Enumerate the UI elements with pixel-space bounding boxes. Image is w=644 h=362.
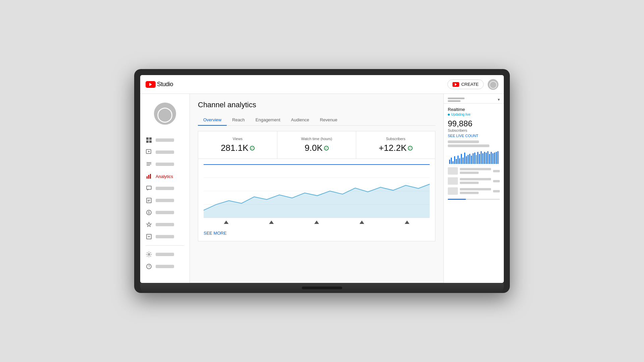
chart-marker-5 — [405, 221, 410, 224]
sidebar-divider — [146, 245, 184, 246]
views-check-icon: ✓ — [250, 146, 255, 150]
mini-bar-item — [491, 152, 492, 164]
mini-bar-item — [481, 151, 482, 164]
rt-bar-long-3 — [460, 188, 491, 190]
see-more-link[interactable]: SEE MORE — [204, 227, 430, 236]
filter-dropdown-icon[interactable]: ▾ — [498, 97, 500, 102]
realtime-subscriber-count: 99,886 — [448, 119, 500, 128]
topbar: Studio CREATE ◯ — [140, 75, 504, 94]
mini-bar-item — [466, 156, 467, 164]
filter-bars — [448, 98, 465, 102]
chart-marker-4 — [360, 221, 364, 224]
watch-time-check-icon: ✓ — [324, 146, 329, 150]
live-dot-icon — [448, 114, 450, 116]
youtube-logo[interactable]: Studio — [146, 81, 173, 88]
svg-rect-3 — [149, 140, 152, 143]
mini-bar-item — [496, 152, 497, 164]
realtime-row-3 — [448, 187, 500, 195]
tab-overview[interactable]: Overview — [198, 115, 227, 126]
svg-rect-10 — [148, 175, 149, 179]
chart-marker-2 — [269, 221, 274, 224]
rt-thumb-3 — [448, 187, 458, 195]
playlists-icon — [146, 161, 152, 168]
sidebar: ◯ — [140, 94, 190, 283]
tab-engagement[interactable]: Engagement — [250, 115, 286, 126]
rt-bar-long-2 — [460, 178, 491, 180]
sidebar-label-dashboard — [156, 138, 174, 142]
stat-subscribers: Subscribers +12.2K ✓ — [356, 131, 435, 159]
sidebar-item-customization[interactable] — [140, 219, 190, 231]
see-live-count-link[interactable]: SEE LIVE COUNT — [448, 134, 500, 138]
rt-bar-short-2 — [460, 182, 479, 184]
svg-marker-5 — [148, 151, 150, 152]
mini-bar-item — [486, 153, 487, 164]
analytics-icon — [146, 173, 152, 180]
mini-bar-item — [476, 155, 477, 164]
sidebar-item-monetization[interactable]: $ — [140, 206, 190, 219]
svg-point-19 — [148, 254, 150, 255]
mini-bar-item — [471, 156, 472, 164]
sidebar-profile: ◯ — [140, 99, 190, 134]
mini-bar-item — [456, 159, 457, 164]
sidebar-item-content[interactable] — [140, 146, 190, 158]
tab-reach[interactable]: Reach — [227, 115, 250, 126]
realtime-body: Realtime Updating live 99,886 Subscriber… — [444, 104, 504, 203]
sidebar-label-library — [156, 235, 174, 238]
mini-bar-item — [473, 153, 474, 164]
sidebar-avatar[interactable]: ◯ — [154, 103, 176, 125]
sidebar-item-analytics[interactable]: Analytics — [140, 170, 190, 182]
realtime-progress-bar — [448, 199, 500, 200]
subscribers-check-icon: ✓ — [408, 146, 413, 150]
monetization-icon: $ — [146, 209, 152, 216]
rt-num-1 — [493, 170, 500, 172]
mini-bar-item — [487, 151, 488, 164]
mini-bar-item — [479, 154, 480, 164]
mini-bar-item — [468, 155, 469, 164]
sidebar-label-playlists — [156, 163, 174, 166]
main-content: Channel analytics Overview Reach Engagem… — [190, 94, 443, 283]
sidebar-item-settings[interactable] — [140, 248, 190, 260]
mini-bar-item — [482, 153, 483, 164]
chart-markers — [204, 218, 430, 227]
rt-thumb-1 — [448, 167, 458, 175]
subtitles-icon — [146, 197, 152, 204]
stats-row: Views 281.1K ✓ Watch time (hours) 9.0K ✓ — [198, 131, 435, 159]
realtime-subscriber-label: Subscribers — [448, 128, 500, 132]
sidebar-item-library[interactable] — [140, 231, 190, 243]
content-icon — [146, 149, 152, 156]
watch-time-label: Watch time (hours) — [285, 137, 348, 141]
main-layout: ◯ — [140, 94, 504, 283]
realtime-mini-chart — [448, 150, 500, 164]
rt-bars-2 — [460, 178, 491, 184]
create-button[interactable]: CREATE — [447, 79, 484, 89]
user-avatar[interactable]: ◯ — [488, 79, 498, 90]
sidebar-item-comments[interactable] — [140, 182, 190, 194]
svg-rect-0 — [146, 137, 149, 140]
mini-bar-item — [454, 156, 455, 164]
mini-bar-item — [461, 154, 462, 164]
svg-rect-1 — [149, 137, 152, 140]
svg-text:?: ? — [148, 265, 150, 268]
svg-rect-12 — [147, 186, 151, 189]
tab-audience[interactable]: Audience — [286, 115, 315, 126]
sidebar-item-help[interactable]: ? — [140, 260, 190, 273]
subscribers-value: +12.2K ✓ — [364, 143, 427, 153]
rt-bar-long-1 — [460, 168, 491, 170]
rt-bar-short-3 — [460, 192, 479, 194]
mini-bar-item — [464, 153, 465, 164]
rt-thumb-2 — [448, 177, 458, 185]
realtime-progress-fill — [448, 199, 466, 200]
svg-rect-13 — [147, 198, 151, 203]
tab-revenue[interactable]: Revenue — [315, 115, 343, 126]
realtime-header: ▾ — [444, 94, 504, 104]
mini-bar-item — [484, 152, 485, 164]
rt-bar-short-1 — [460, 172, 479, 174]
sidebar-item-playlists[interactable] — [140, 158, 190, 170]
sidebar-item-dashboard[interactable] — [140, 134, 190, 146]
comments-icon — [146, 185, 152, 192]
sidebar-label-subtitles — [156, 199, 174, 202]
sidebar-label-customization — [156, 223, 174, 226]
sidebar-item-subtitles[interactable] — [140, 194, 190, 206]
chart-marker-3 — [314, 221, 319, 224]
stat-watch-time: Watch time (hours) 9.0K ✓ — [277, 131, 357, 159]
